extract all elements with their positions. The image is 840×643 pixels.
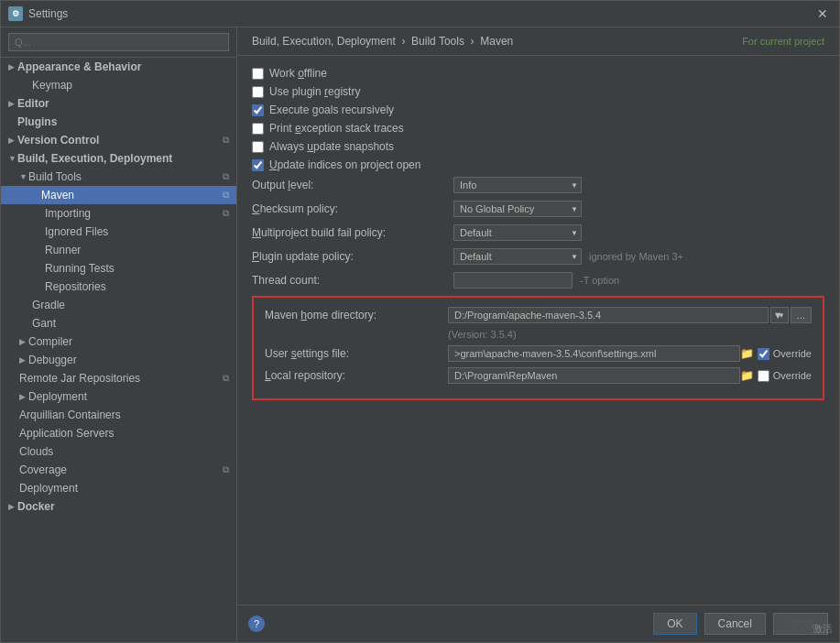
sidebar-item-debugger[interactable]: ▶ Debugger: [1, 351, 236, 369]
user-settings-input[interactable]: [448, 345, 740, 362]
multiproject-dropdown[interactable]: Default Fail At End Fail Fast Never Fail: [453, 224, 582, 241]
plugin-update-label: Plugin update policy:: [252, 250, 453, 263]
sidebar-item-importing[interactable]: Importing ⧉: [1, 204, 236, 223]
sidebar-item-label: Gant: [32, 317, 56, 330]
sidebar-item-arquillian[interactable]: Arquillian Containers: [1, 406, 236, 424]
sidebar-item-docker[interactable]: ▶ Docker: [1, 497, 236, 516]
local-repo-input[interactable]: [448, 367, 740, 384]
close-button[interactable]: ✕: [813, 6, 832, 21]
checksum-policy-label: Checksum policy:: [252, 202, 453, 215]
ok-button[interactable]: OK: [653, 613, 696, 635]
sidebar-item-label: Importing: [45, 207, 91, 220]
sidebar-item-build-exec[interactable]: ▼ Build, Execution, Deployment: [1, 149, 236, 168]
user-settings-override-checkbox[interactable]: [758, 348, 769, 360]
maven-home-row: Maven home directory: ▼ ...: [265, 307, 812, 323]
multiproject-row: Multiproject build fail policy: Default …: [252, 224, 824, 241]
sidebar-item-appearance[interactable]: ▶ Appearance & Behavior: [1, 58, 236, 76]
update-indices-checkbox[interactable]: [252, 159, 264, 171]
always-update-checkbox[interactable]: [252, 141, 264, 153]
caret-icon: ▼: [19, 172, 28, 181]
plugin-update-dropdown[interactable]: Default Always Never: [453, 248, 582, 265]
output-level-label: Output level:: [252, 179, 453, 191]
sidebar-item-label: Build, Execution, Deployment: [17, 152, 172, 165]
maven-home-input[interactable]: [448, 307, 769, 323]
use-plugin-registry-row: Use plugin registry: [252, 85, 824, 98]
maven-home-dropdown-wrapper: ▼: [770, 307, 789, 323]
sidebar-item-runner[interactable]: Runner: [1, 241, 236, 259]
sidebar-item-maven[interactable]: Maven ⧉: [1, 186, 236, 204]
copy-icon: ⧉: [223, 171, 229, 182]
breadcrumb: Build, Execution, Deployment › Build Too…: [237, 27, 839, 56]
print-exception-row: Print exception stack traces: [252, 122, 824, 135]
local-repo-override-checkbox[interactable]: [758, 370, 769, 382]
sidebar-item-label: Build Tools: [28, 170, 82, 183]
sidebar-item-label: Version Control: [17, 134, 99, 147]
override-settings-label: Override: [773, 348, 812, 359]
sidebar-item-label: Coverage: [19, 463, 67, 476]
caret-icon: ▶: [8, 502, 17, 511]
copy-icon: ⧉: [223, 208, 229, 219]
maven-home-browse-button[interactable]: ...: [791, 307, 812, 323]
sidebar-item-clouds[interactable]: Clouds: [1, 442, 236, 461]
sidebar-item-editor[interactable]: ▶ Editor: [1, 94, 236, 113]
work-offline-label: Work offline: [269, 67, 327, 80]
sidebar-item-coverage[interactable]: Coverage ⧉: [1, 461, 236, 479]
sidebar-item-deployment[interactable]: ▶ Deployment: [1, 387, 236, 406]
use-plugin-registry-checkbox[interactable]: [252, 86, 264, 98]
caret-icon: ▶: [19, 392, 28, 401]
help-button[interactable]: ?: [248, 616, 265, 632]
sidebar-item-gant[interactable]: Gant: [1, 314, 236, 332]
local-repo-browse-button[interactable]: 📁: [740, 369, 754, 382]
output-level-dropdown[interactable]: Info Debug Warn Error: [453, 177, 582, 193]
sidebar-item-build-tools[interactable]: ▼ Build Tools ⧉: [1, 168, 236, 186]
sidebar-item-deployment2[interactable]: Deployment: [1, 479, 236, 497]
title-bar: ⚙ Settings ✕: [1, 1, 839, 27]
user-settings-browse-button[interactable]: 📁: [740, 347, 754, 360]
checksum-policy-row: Checksum policy: No Global Policy Strict…: [252, 201, 824, 217]
cancel-button[interactable]: Cancel: [704, 613, 766, 635]
maven-home-label: Maven home directory:: [265, 309, 448, 322]
sidebar-item-keymap[interactable]: Keymap: [1, 76, 236, 94]
print-exception-label: Print exception stack traces: [269, 122, 404, 135]
sidebar-item-ignored-files[interactable]: Ignored Files: [1, 223, 236, 241]
work-offline-checkbox[interactable]: [252, 68, 264, 80]
local-repo-row: Local repository: 📁 Override: [265, 367, 812, 384]
sidebar-item-running-tests[interactable]: Running Tests: [1, 259, 236, 278]
caret-icon: ▼: [8, 154, 17, 163]
copy-icon: ⧉: [223, 464, 229, 475]
sidebar-item-label: Running Tests: [45, 262, 115, 275]
dialog-title: Settings: [28, 7, 68, 20]
output-level-dropdown-wrapper: Info Debug Warn Error: [453, 177, 582, 193]
caret-icon: ▶: [19, 355, 28, 365]
search-input[interactable]: [8, 33, 229, 51]
sidebar-item-version-control[interactable]: ▶ Version Control ⧉: [1, 131, 236, 149]
sidebar-item-plugins[interactable]: Plugins: [1, 113, 236, 131]
sidebar-item-compiler[interactable]: ▶ Compiler: [1, 332, 236, 351]
sidebar-item-label: Repositories: [45, 280, 106, 293]
maven-config-section: Maven home directory: ▼ ... (Version: 3.…: [252, 296, 824, 400]
plugin-update-hint: ignored by Maven 3+: [589, 251, 683, 262]
caret-icon: ▶: [19, 337, 28, 346]
breadcrumb-path: Build, Execution, Deployment › Build Too…: [252, 35, 513, 48]
execute-goals-checkbox[interactable]: [252, 104, 264, 116]
thread-count-input[interactable]: [453, 272, 573, 289]
checksum-policy-dropdown[interactable]: No Global Policy Strict Warn Ignore: [453, 201, 582, 217]
copy-icon: ⧉: [223, 190, 229, 201]
sidebar-item-label: Ignored Files: [45, 225, 108, 238]
sidebar-item-app-servers[interactable]: Application Servers: [1, 424, 236, 442]
sidebar-item-remote-jar[interactable]: Remote Jar Repositories ⧉: [1, 369, 236, 387]
maven-home-dropdown[interactable]: ▼: [770, 307, 789, 323]
right-panel: Build, Execution, Deployment › Build Too…: [237, 27, 839, 642]
sidebar: ▶ Appearance & Behavior Keymap ▶ Editor …: [1, 27, 237, 642]
sidebar-item-repositories[interactable]: Repositories: [1, 278, 236, 296]
sidebar-item-label: Debugger: [28, 354, 77, 366]
output-level-row: Output level: Info Debug Warn Error: [252, 177, 824, 193]
update-indices-row: Update indices on project open: [252, 158, 824, 171]
sidebar-item-gradle[interactable]: Gradle: [1, 296, 236, 314]
caret-icon: ▶: [8, 62, 17, 71]
multiproject-dropdown-wrapper: Default Fail At End Fail Fast Never Fail: [453, 224, 582, 241]
print-exception-checkbox[interactable]: [252, 123, 264, 135]
thread-count-hint: -T option: [580, 275, 619, 286]
caret-icon: ▶: [8, 136, 17, 145]
caret-icon: ▶: [8, 99, 17, 108]
